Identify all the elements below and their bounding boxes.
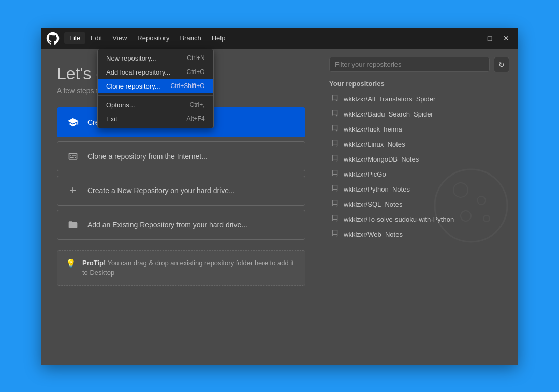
create-label: Create a New Repository on your hard dri… xyxy=(87,186,235,195)
clone-icon xyxy=(66,149,80,164)
protip-text: ProTip! You can drag & drop an existing … xyxy=(82,258,297,278)
title-bar: File Edit View Repository Branch Help — … xyxy=(41,28,518,49)
window-controls: — □ ✕ xyxy=(466,31,513,46)
tutorial-icon xyxy=(66,115,80,129)
close-button[interactable]: ✕ xyxy=(499,31,513,46)
repo-icon xyxy=(331,200,339,209)
refresh-button[interactable]: ↻ xyxy=(494,57,509,72)
repo-name: wkklzxr/All_Translators_Spider xyxy=(344,95,435,103)
repo-list: wkklzxr/All_Translators_Spider wkklzxr/B… xyxy=(329,92,509,242)
folder-icon xyxy=(66,217,80,232)
maximize-button[interactable]: □ xyxy=(482,31,497,46)
menu-new-repository[interactable]: New repository... Ctrl+N xyxy=(98,51,213,65)
create-icon: + xyxy=(66,183,80,198)
repo-name: wkklzxr/Python_Notes xyxy=(344,185,410,193)
menu-options[interactable]: Options... Ctrl+, xyxy=(98,98,213,112)
menu-edit[interactable]: Edit xyxy=(85,32,107,44)
repo-icon xyxy=(331,230,339,239)
repo-name: wkklzxr/To-solve-sudoku-with-Python xyxy=(344,215,454,223)
list-item[interactable]: wkklzxr/All_Translators_Spider xyxy=(329,92,509,107)
repo-name: wkklzxr/fuck_heima xyxy=(344,125,402,133)
action-add-existing[interactable]: Add an Existing Repository from your har… xyxy=(57,210,305,240)
repo-name: wkklzxr/MongoDB_Notes xyxy=(344,155,419,163)
repo-name: wkklzxr/Web_Notes xyxy=(344,230,403,238)
add-existing-label: Add an Existing Repository from your har… xyxy=(87,221,247,229)
menu-exit[interactable]: Exit Alt+F4 xyxy=(98,112,213,126)
menu-help[interactable]: Help xyxy=(207,32,231,44)
list-item[interactable]: wkklzxr/Linux_Notes xyxy=(329,137,509,152)
list-item[interactable]: wkklzxr/Python_Notes xyxy=(329,182,509,197)
repo-name: wkklzxr/Baidu_Search_Spider xyxy=(344,110,433,118)
minimize-button[interactable]: — xyxy=(466,31,480,46)
repo-icon xyxy=(331,155,339,164)
list-item[interactable]: wkklzxr/SQL_Notes xyxy=(329,197,509,212)
list-item[interactable]: wkklzxr/Baidu_Search_Spider xyxy=(329,107,509,122)
menu-repository[interactable]: Repository xyxy=(132,32,174,44)
repo-icon xyxy=(331,170,339,179)
menu-branch[interactable]: Branch xyxy=(174,32,206,44)
clone-label: Clone a repository from the Internet... xyxy=(87,152,208,161)
action-create[interactable]: + Create a New Repository on your hard d… xyxy=(57,176,305,206)
list-item[interactable]: wkklzxr/MongoDB_Notes xyxy=(329,152,509,167)
repos-section-title: Your repositories xyxy=(329,80,509,88)
repo-name: wkklzxr/PicGo xyxy=(344,170,386,178)
right-panel: ↻ Your repositories wkklzxr/All_Translat… xyxy=(321,49,518,365)
repo-icon xyxy=(331,125,339,134)
repo-icon xyxy=(331,185,339,194)
filter-input[interactable] xyxy=(329,57,490,72)
menu-add-local-repository[interactable]: Add local repository... Ctrl+O xyxy=(98,65,213,79)
menu-bar: File Edit View Repository Branch Help xyxy=(64,32,466,44)
protip-box: 💡 ProTip! You can drag & drop an existin… xyxy=(57,250,305,286)
repo-icon xyxy=(331,140,339,149)
app-window: File Edit View Repository Branch Help — … xyxy=(41,28,518,365)
repo-name: wkklzxr/Linux_Notes xyxy=(344,140,405,148)
list-item[interactable]: wkklzxr/Web_Notes xyxy=(329,227,509,242)
repo-name: wkklzxr/SQL_Notes xyxy=(344,200,402,208)
file-dropdown-menu: New repository... Ctrl+N Add local repos… xyxy=(97,49,214,128)
github-logo xyxy=(46,31,60,46)
menu-file[interactable]: File xyxy=(64,32,85,44)
menu-clone-repository[interactable]: Clone repository... Ctrl+Shift+O xyxy=(98,79,213,93)
action-clone[interactable]: Clone a repository from the Internet... xyxy=(57,141,305,171)
repo-icon xyxy=(331,110,339,119)
repo-icon xyxy=(331,215,339,224)
list-item[interactable]: wkklzxr/PicGo xyxy=(329,167,509,182)
filter-row: ↻ xyxy=(329,57,509,72)
dropdown-divider xyxy=(98,95,213,96)
repo-icon xyxy=(331,95,339,104)
list-item[interactable]: wkklzxr/To-solve-sudoku-with-Python xyxy=(329,212,509,227)
menu-view[interactable]: View xyxy=(107,32,132,44)
lightbulb-icon: 💡 xyxy=(66,258,76,268)
list-item[interactable]: wkklzxr/fuck_heima xyxy=(329,122,509,137)
